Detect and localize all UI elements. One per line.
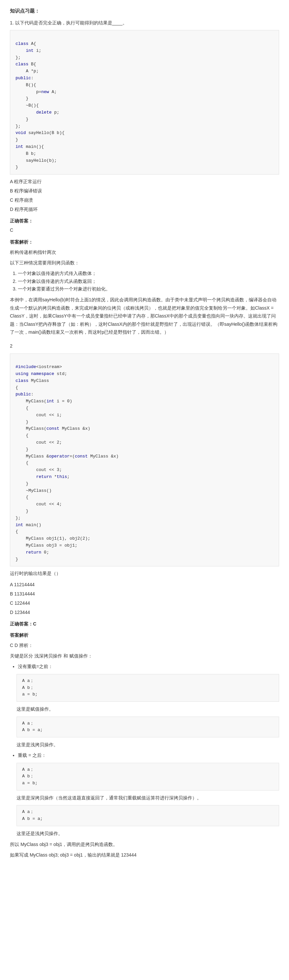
text-assignment-op: 这里是赋值操作。 <box>16 705 279 713</box>
analysis-conclusion-2: 如果写成 MyClass obj3; obj3 = obj1，输出的结果就是 1… <box>10 851 279 859</box>
option-2-C: C 122444 <box>10 600 279 607</box>
section-title: 知识点习题： <box>10 6 279 15</box>
option-B: B 程序编译错误 <box>10 187 279 195</box>
analysis-label-1: 答案解析： <box>10 238 279 246</box>
text-shallow-copy: 这里是浅拷贝操作。 <box>16 741 279 749</box>
copy-condition-2: 一个对象以值传递的方式从函数返回； <box>18 278 279 286</box>
code-block-2: #include<iostream> using namespace std; … <box>10 353 279 567</box>
bullet-with-overload: 重载 = 之后： <box>18 752 279 759</box>
copy-condition-1: 一个对象以值传递的方式传入函数体； <box>18 270 279 278</box>
code-block-1: class A{ int i; }; class B{ A *p; public… <box>10 30 279 175</box>
options-2: A 11214444 B 11314444 C 122444 D 123444 <box>10 581 279 616</box>
question-2-text: 运行时的输出结果是（） <box>10 570 279 578</box>
analysis-detail-1: 本例中，在调用sayHello(b)时符合上面1的情况，因此会调用拷贝构造函数。… <box>10 296 279 336</box>
text-still-shallow: 这里还是浅拷贝操作。 <box>16 829 279 838</box>
option-A: A 程序正常运行 <box>10 178 279 186</box>
correct-answer-label-2: 正确答案：C <box>10 620 279 628</box>
correct-answer-value-1: C <box>10 226 279 234</box>
copy-conditions-list: 一个对象以值传递的方式传入函数体； 一个对象以值传递的方式从函数返回； 一个对象… <box>18 270 279 293</box>
option-2-B: B 11314444 <box>10 590 279 598</box>
text-deep-copy: 这里是深拷贝操作（当然这道题直接返回了，通常我们重载赋值运算符进行深拷贝操作）。 <box>16 794 279 802</box>
bullet-with-overload-item: 重载 = 之后： <box>18 752 279 759</box>
code-block-overload-assign: A a； A b； a = b; <box>16 763 279 791</box>
bullet-no-overload-item: 没有重载=之前： <box>18 663 279 671</box>
options-1: A 程序正常运行 B 程序编译错误 C 程序崩溃 D 程序死循环 <box>10 178 279 213</box>
question-2-block: 2 #include<iostream> using namespace std… <box>10 342 279 859</box>
option-2-D: D 123444 <box>10 609 279 617</box>
option-D: D 程序死循环 <box>10 206 279 213</box>
option-C: C 程序崩溃 <box>10 196 279 204</box>
analysis-following-1: 以下三种情况需要用到拷贝函数： <box>10 259 279 267</box>
copy-condition-3: 一个对象需要通过另外一个对象进行初始化。 <box>18 285 279 293</box>
code-block-no-overload-assign: A a； A b； a = b; <box>16 674 279 702</box>
code-block-overload-copy: A a； A b = a; <box>16 805 279 826</box>
option-2-A: A 11214444 <box>10 581 279 589</box>
analysis-cd-header: C D 辨析： <box>10 641 279 650</box>
question-1-block: 1. 以下代码是否完全正确，执行可能得到的结果是____。 class A{ i… <box>10 19 279 336</box>
analysis-content-1: 析构传递析构指针两次 <box>10 248 279 256</box>
analysis-conclusion-1: 所以 MyClass obj3 = obj1，调用的是拷贝构造函数。 <box>10 840 279 849</box>
code-block-no-overload-copy: A a； A b = a; <box>16 717 279 738</box>
analysis-key-concept: 关键是区分 浅深拷贝操作 和 赋值操作： <box>10 652 279 660</box>
correct-answer-label-1: 正确答案： <box>10 217 279 225</box>
page-container: 知识点习题： 1. 以下代码是否完全正确，执行可能得到的结果是____。 cla… <box>10 6 279 859</box>
bullet-no-overload: 没有重载=之前： <box>18 663 279 671</box>
analysis-label-2: 答案解析 <box>10 632 279 640</box>
question-1-text: 1. 以下代码是否完全正确，执行可能得到的结果是____。 <box>10 19 279 27</box>
question-2-number: 2 <box>10 342 279 350</box>
